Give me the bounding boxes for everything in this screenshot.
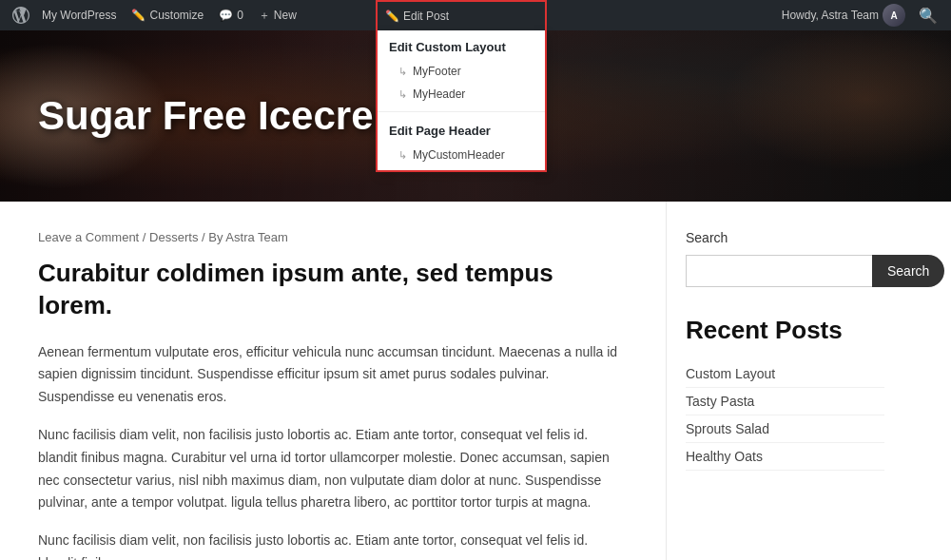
- dropdown-item-mycustomheader[interactable]: ↳ MyCustomHeader: [378, 144, 545, 166]
- breadcrumb-by: By Astra Team: [208, 230, 288, 244]
- site-content: Leave a Comment / Desserts / By Astra Te…: [0, 202, 951, 560]
- search-row: Search: [686, 255, 884, 287]
- recent-post-item-3[interactable]: Healthy Oats: [686, 443, 884, 471]
- dropdown-item-myfooter[interactable]: ↳ MyFooter: [378, 60, 545, 83]
- breadcrumb: Leave a Comment / Desserts / By Astra Te…: [38, 230, 628, 244]
- adminbar-new[interactable]: ＋ New: [251, 0, 304, 30]
- sidebar-recent-posts-section: Recent Posts Custom Layout Tasty Pasta S…: [686, 316, 884, 471]
- edit-page-header-label[interactable]: Edit Page Header: [378, 118, 545, 144]
- sidebar: Search Search Recent Posts Custom Layout…: [666, 202, 903, 560]
- dropdown-divider: [378, 111, 545, 112]
- adminbar-customize[interactable]: ✏️ Customize: [124, 0, 211, 30]
- recent-post-item-1[interactable]: Tasty Pasta: [686, 388, 884, 415]
- sub-arrow-icon: ↳: [398, 66, 407, 78]
- breadcrumb-separator-1: /: [143, 230, 146, 244]
- edit-custom-layout-header[interactable]: Edit Custom Layout: [378, 34, 545, 60]
- recent-post-item-0[interactable]: Custom Layout: [686, 360, 884, 388]
- adminbar-howdy[interactable]: Howdy, Astra Team A: [774, 0, 913, 30]
- adminbar-site-name[interactable]: My WordPress: [34, 0, 124, 30]
- dropdown-section-layout: Edit Custom Layout ↳ MyFooter ↳ MyHeader: [378, 30, 545, 109]
- recent-post-item-2[interactable]: Sprouts Salad: [686, 415, 884, 443]
- adminbar-search-icon[interactable]: 🔍: [913, 0, 943, 30]
- avatar: A: [883, 4, 905, 27]
- dropdown-container: ✏️ Edit Post Edit Custom Layout ↳ MyFoot…: [376, 0, 547, 172]
- recent-posts-title: Recent Posts: [686, 316, 884, 345]
- post-body: Aenean fermentum vulputate eros, efficit…: [38, 341, 628, 560]
- hero-food-decoration-right: [666, 30, 951, 202]
- dropdown-section-page-header: Edit Page Header ↳ MyCustomHeader: [378, 114, 545, 170]
- wp-logo[interactable]: [8, 0, 34, 30]
- breadcrumb-desserts[interactable]: Desserts: [149, 230, 198, 244]
- admin-bar: My WordPress ✏️ Customize 💬 0 ＋ New ✏️ E…: [0, 0, 951, 30]
- post-paragraph-3: Nunc facilisis diam velit, non facilisis…: [38, 530, 628, 560]
- post-paragraph-2: Nunc facilisis diam velit, non facilisis…: [38, 424, 628, 514]
- sidebar-search-section: Search Search: [686, 230, 884, 287]
- sub-arrow-icon-2: ↳: [398, 88, 407, 101]
- edit-custom-layout-dropdown: Edit Custom Layout ↳ MyFooter ↳ MyHeader…: [376, 30, 547, 172]
- dropdown-item-myheader[interactable]: ↳ MyHeader: [378, 83, 545, 106]
- post-paragraph-1: Aenean fermentum vulputate eros, efficit…: [38, 341, 628, 409]
- sub-arrow-icon-3: ↳: [398, 149, 407, 162]
- search-button[interactable]: Search: [872, 255, 944, 287]
- main-content: Leave a Comment / Desserts / By Astra Te…: [0, 202, 666, 560]
- search-input[interactable]: [686, 255, 872, 287]
- edit-post-trigger[interactable]: ✏️ Edit Post: [376, 0, 547, 30]
- admin-bar-right: Howdy, Astra Team A 🔍: [774, 0, 943, 30]
- post-title: Curabitur coldimen ipsum ante, sed tempu…: [38, 258, 628, 322]
- breadcrumb-leave-comment[interactable]: Leave a Comment: [38, 230, 139, 244]
- breadcrumb-separator-2: /: [202, 230, 205, 244]
- sidebar-search-label: Search: [686, 230, 884, 245]
- adminbar-comments[interactable]: 💬 0: [211, 0, 251, 30]
